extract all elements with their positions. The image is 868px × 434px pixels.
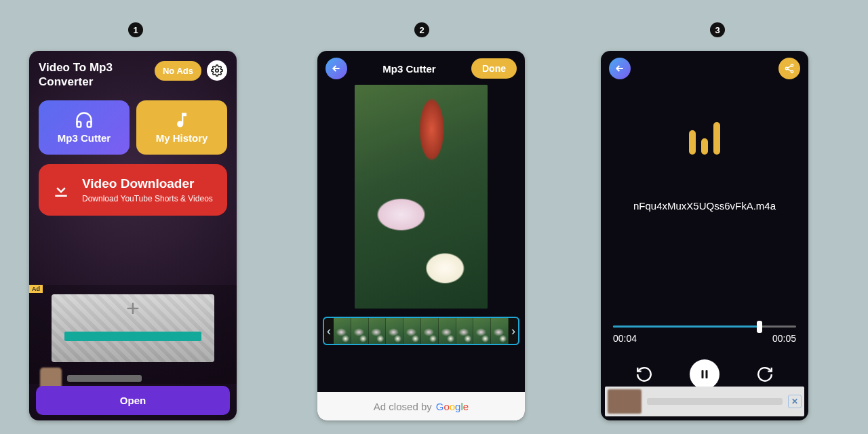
- video-downloader-text: Video Downloader Download YouTube Shorts…: [82, 176, 213, 203]
- ad-label-badge: Ad: [29, 285, 43, 293]
- screen1-header: Video To Mp3 Converter No Ads: [29, 51, 237, 96]
- time-total: 00:05: [772, 333, 796, 344]
- svg-rect-5: [706, 370, 708, 378]
- my-history-tile[interactable]: My History: [136, 100, 227, 155]
- screenshot-badge-3: 3: [710, 22, 725, 37]
- video-downloader-title: Video Downloader: [82, 176, 213, 191]
- ad-close-button[interactable]: ✕: [788, 395, 802, 408]
- ad-closed-text: Ad closed by: [374, 401, 432, 412]
- filmstrip-frame: [369, 318, 387, 344]
- settings-button[interactable]: [207, 60, 227, 81]
- forward-icon: [756, 366, 774, 383]
- ad-thumb: [608, 389, 642, 414]
- headphones-icon: [75, 111, 94, 130]
- time-row: 00:04 00:05: [613, 333, 796, 344]
- screenshot-badge-2: 2: [414, 22, 429, 37]
- video-downloader-card[interactable]: Video Downloader Download YouTube Shorts…: [39, 164, 227, 216]
- home-tiles: Mp3 Cutter My History: [29, 100, 237, 155]
- open-button[interactable]: Open: [36, 386, 230, 415]
- cutter-header: Mp3 Cutter Done: [317, 51, 525, 86]
- filmstrip-frame: [351, 318, 369, 344]
- filmstrip-frame: [439, 318, 456, 344]
- back-button[interactable]: [326, 58, 347, 79]
- inline-ad-slot: Ad +: [29, 285, 237, 384]
- ad-creator-name: [67, 375, 142, 382]
- filmstrip-frame: [421, 318, 439, 344]
- ad-preview-image[interactable]: +: [52, 294, 214, 362]
- gear-icon: [211, 64, 223, 77]
- pause-icon: [698, 368, 711, 380]
- video-downloader-subtitle: Download YouTube Shorts & Videos: [82, 194, 213, 203]
- svg-point-3: [791, 71, 793, 73]
- google-logo-text: Google: [436, 401, 469, 412]
- trim-filmstrip[interactable]: ‹ ›: [323, 317, 519, 345]
- done-button[interactable]: Done: [471, 58, 517, 79]
- svg-point-1: [791, 64, 793, 66]
- tile-label: Mp3 Cutter: [58, 132, 111, 144]
- play-pause-button[interactable]: [690, 359, 719, 389]
- share-icon: [784, 63, 795, 74]
- filmstrip-frame: [456, 318, 474, 344]
- header-actions: No Ads: [155, 60, 227, 81]
- rewind-button[interactable]: [635, 366, 653, 383]
- time-current: 00:04: [613, 333, 637, 344]
- app-title: Video To Mp3 Converter: [39, 60, 127, 90]
- download-icon: [50, 178, 73, 201]
- svg-point-0: [216, 69, 219, 73]
- ad-closed-banner: Ad closed by Google: [317, 392, 525, 420]
- player-header: [601, 51, 808, 86]
- screen-2-cutter: Mp3 Cutter Done ‹ › Ad closed by Google: [317, 51, 525, 420]
- forward-button[interactable]: [756, 366, 774, 383]
- bottom-ad-banner[interactable]: ✕: [605, 387, 804, 416]
- mp3-cutter-tile[interactable]: Mp3 Cutter: [39, 100, 130, 155]
- video-preview[interactable]: [355, 85, 488, 309]
- screen-3-player: nFqu4xMuxX5UQss6vFkA.m4a 00:04 00:05: [601, 51, 808, 420]
- music-note-icon: [172, 111, 191, 130]
- ad-text-line: [647, 398, 783, 405]
- cutter-title: Mp3 Cutter: [382, 63, 435, 75]
- progress-fill: [613, 326, 760, 328]
- arrow-left-icon: [331, 63, 342, 74]
- share-button[interactable]: [778, 58, 800, 79]
- progress-slider[interactable]: [613, 326, 796, 328]
- equalizer-icon: [689, 122, 720, 155]
- no-ads-button[interactable]: No Ads: [155, 61, 201, 81]
- tile-label: My History: [156, 132, 208, 144]
- filmstrip-frames: [334, 318, 509, 344]
- video-preview-image: [355, 85, 488, 309]
- player-controls: [601, 359, 808, 389]
- trim-handle-left[interactable]: ‹: [324, 324, 334, 338]
- screen-1-home: Video To Mp3 Converter No Ads Mp3 Cutter…: [29, 51, 237, 420]
- filmstrip-frame: [386, 318, 403, 344]
- rewind-icon: [635, 366, 653, 383]
- svg-rect-4: [702, 370, 704, 378]
- progress-area: 00:04 00:05: [613, 326, 796, 344]
- progress-thumb[interactable]: [757, 321, 762, 333]
- filmstrip-frame: [403, 318, 421, 344]
- filmstrip-frame: [334, 318, 351, 344]
- trim-handle-right[interactable]: ›: [509, 324, 518, 338]
- audio-filename: nFqu4xMuxX5UQss6vFkA.m4a: [601, 200, 808, 212]
- back-button[interactable]: [609, 58, 631, 79]
- screenshot-badge-1: 1: [128, 22, 143, 37]
- svg-point-2: [785, 67, 787, 69]
- arrow-left-icon: [614, 63, 625, 74]
- filmstrip-frame: [473, 318, 491, 344]
- filmstrip-frame: [491, 318, 509, 344]
